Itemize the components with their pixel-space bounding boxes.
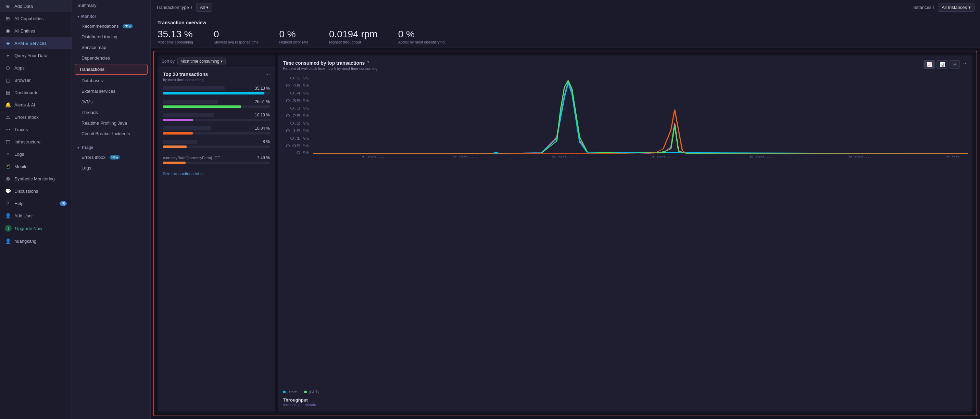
sidebar-item-apps[interactable]: ⬡ Apps [0, 62, 72, 74]
chart-header: Time consumed by top transactions ? Perc… [283, 60, 968, 70]
sidebar-item-add-user[interactable]: 👤 Add User [0, 210, 72, 222]
svg-point-22 [494, 152, 498, 154]
sidebar-item-user[interactable]: 👤 huangkang [0, 235, 72, 247]
nav-dependencies[interactable]: Dependencies [72, 53, 150, 63]
nav-external-services[interactable]: External services [72, 86, 150, 97]
sidebar-item-infrastructure[interactable]: ⬚ Infrastructure [0, 136, 72, 148]
sort-bar: Sort by Most time consuming ▾ [158, 56, 275, 67]
chevron-down-icon-sort: ▾ [221, 59, 223, 63]
chart-controls: 📈 📊 % ··· [923, 60, 968, 69]
dashboards-icon: ▤ [5, 89, 11, 95]
sidebar-item-upgrade[interactable]: ⬆ Upgrade Now [0, 222, 72, 235]
sidebar-item-browser[interactable]: ◫ Browser [0, 74, 72, 86]
svg-text:7:00: 7:00 [945, 156, 960, 157]
svg-text:1:00am: 1:00am [361, 156, 387, 157]
panel-more-icon[interactable]: ··· [266, 71, 270, 78]
topbar-right: Instances ℹ All Instances ▾ [913, 3, 975, 12]
sidebar-item-alerts-ai[interactable]: 🔔 Alerts & AI [0, 98, 72, 111]
svg-text:0.45 %: 0.45 % [286, 84, 310, 88]
chevron-down-icon: ▾ [77, 15, 79, 19]
left-sidebar: ⊕ Add Data ⊞ All Capabilities ◉ All Enti… [0, 0, 72, 419]
triage-section-header[interactable]: ▾ Triage [72, 142, 150, 152]
throughput-title: Throughput [283, 397, 968, 403]
help-icon: ? [5, 200, 11, 206]
sidebar-item-dashboards[interactable]: ▤ Dashboards [0, 86, 72, 98]
sidebar-item-all-capabilities[interactable]: ⊞ All Capabilities [0, 12, 72, 25]
stat-most-time: 35.13 % Most time consuming [158, 29, 193, 44]
svg-text:2:00am: 2:00am [453, 156, 478, 157]
sidebar-item-query-data[interactable]: ⌖ Query Your Data [0, 49, 72, 62]
sidebar-item-synthetic[interactable]: ◎ Synthetic Monitoring [0, 173, 72, 185]
sidebar-item-discussions[interactable]: 💬 Discussions [0, 185, 72, 197]
logs-icon: ≡ [5, 151, 11, 157]
legend-dot-store [283, 390, 286, 393]
sort-select[interactable]: Most time consuming ▾ [177, 57, 226, 65]
nav-errors-inbox[interactable]: Errors inbox New [72, 152, 150, 163]
sidebar-item-help[interactable]: ? Help 70 [0, 197, 72, 210]
stat-highest-throughput: 0.0194 rpm Highest throughput [329, 29, 378, 44]
nav-circuit-breaker[interactable]: Circuit Breaker Incidents [72, 129, 150, 139]
table-row[interactable]: 26.51 % [163, 99, 270, 108]
nav-summary[interactable]: Summary [72, 0, 150, 11]
traces-icon: ⋯ [5, 126, 11, 132]
sidebar-item-all-entities[interactable]: ◉ All Entities [0, 25, 72, 37]
nav-logs[interactable]: Logs [72, 163, 150, 173]
sidebar-item-add-data[interactable]: ⊕ Add Data [0, 0, 72, 12]
monitor-section-header[interactable]: ▾ Monitor [72, 11, 150, 21]
sidebar-item-traces[interactable]: ⋯ Traces [0, 123, 72, 136]
svg-text:0.25 %: 0.25 % [286, 114, 310, 118]
table-row[interactable]: 8 % [163, 139, 270, 148]
chevron-down-icon-triage: ▾ [77, 146, 79, 149]
nav-distributed-tracing[interactable]: Distributed tracing [72, 32, 150, 42]
svg-text:4:00am: 4:00am [651, 156, 676, 157]
sidebar-item-apm-services[interactable]: ◈ APM & Services [0, 37, 72, 49]
chart-title: Time consumed by top transactions ? [283, 60, 377, 66]
table-row[interactable]: 10.19 % [163, 113, 270, 121]
nav-databases[interactable]: Databases [72, 75, 150, 86]
nav-transactions[interactable]: Transactions [75, 64, 148, 75]
chart-bar-btn[interactable]: 📊 [937, 60, 948, 69]
stats-bar: Transaction overview 35.13 % Most time c… [151, 15, 980, 48]
chevron-down-icon-instances: ▾ [968, 5, 971, 10]
transaction-type-label: Transaction type ℹ [156, 5, 192, 10]
see-transactions-link[interactable]: See transactions table [163, 171, 270, 176]
svg-point-23 [661, 151, 665, 153]
content-area: Sort by Most time consuming ▾ Top 20 tra… [153, 51, 977, 416]
nav-service-map[interactable]: Service map [72, 42, 150, 53]
transactions-panel-header: Top 20 transactions by most time consumi… [163, 71, 270, 82]
topbar-left: Transaction type ℹ All ▾ [156, 3, 212, 12]
legend-item-store: {store... [283, 390, 300, 394]
svg-text:5:00am: 5:00am [749, 156, 775, 157]
svg-text:0 %: 0 % [296, 151, 310, 155]
chart-pct-btn[interactable]: % [950, 60, 960, 69]
stat-highest-error: 0 % Highest error rate [279, 29, 309, 44]
time-consumed-chart: 0.5 % 0.45 % 0.4 % 0.35 % 0.3 % 0.25 % 0… [283, 75, 968, 157]
upgrade-icon: ⬆ [5, 225, 12, 232]
legend-item-get: {GET} [304, 390, 319, 394]
table-row[interactable]: 35.13 % [163, 86, 270, 94]
stat-slowest-avg: 0 Slowest avg response time [214, 29, 259, 44]
svg-text:3:00am: 3:00am [552, 156, 577, 157]
sidebar-item-mobile[interactable]: 📱 Mobile [0, 160, 72, 173]
table-row[interactable]: currencyRate/{currencyForm} {GE... 7.49 … [163, 153, 270, 164]
svg-text:0.4 %: 0.4 % [290, 91, 310, 95]
entities-icon: ◉ [5, 28, 11, 34]
errors-icon: ⚠ [5, 114, 11, 120]
transaction-type-info-icon: ℹ [191, 5, 192, 10]
nav-realtime-profiling[interactable]: Realtime Profiling Java [72, 118, 150, 129]
plus-icon: ⊕ [5, 3, 11, 9]
sidebar-item-logs[interactable]: ≡ Logs [0, 148, 72, 160]
chart-more-icon[interactable]: ··· [963, 60, 968, 69]
nav-threads[interactable]: Threads [72, 107, 150, 118]
nav-recommendations[interactable]: Recommendations New [72, 21, 150, 32]
sidebar-item-errors-inbox[interactable]: ⚠ Errors Inbox [0, 111, 72, 123]
table-row[interactable]: 10.04 % [163, 126, 270, 135]
nav-jvms[interactable]: JVMs [72, 97, 150, 107]
transaction-type-select[interactable]: All ▾ [196, 3, 212, 12]
instances-label: Instances ℹ [913, 5, 935, 10]
instances-select[interactable]: All Instances ▾ [938, 3, 975, 12]
chart-line-btn[interactable]: 📈 [923, 60, 935, 69]
infra-icon: ⬚ [5, 139, 11, 145]
panel-subtitle: by most time consuming [163, 78, 208, 82]
chart-legend: {store... {GET} [283, 390, 968, 394]
